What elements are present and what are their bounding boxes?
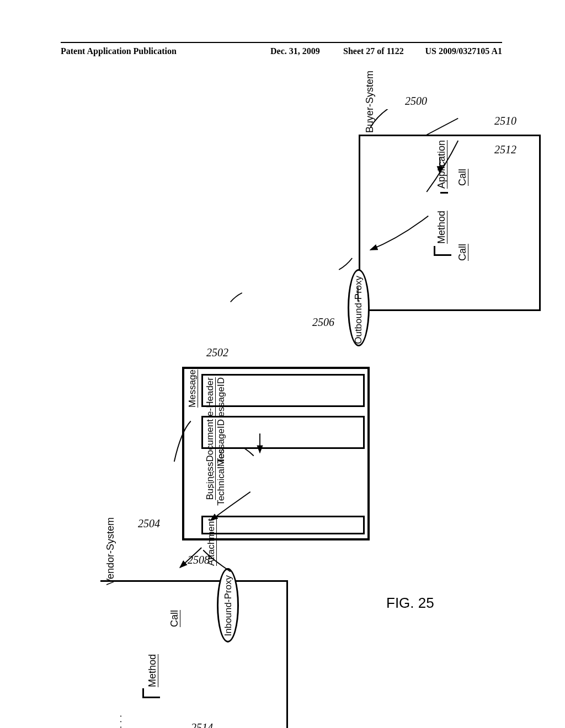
vendor-method-bracket-h	[142, 697, 160, 698]
header-row: Patent Application Publication Dec. 31, …	[61, 43, 502, 60]
vendor-dots: . . .	[113, 715, 124, 728]
figure-caption: FIG. 25	[386, 595, 434, 612]
ref-2500: 2500	[405, 95, 427, 108]
header-sheet: Sheet 27 of 1122	[343, 46, 404, 56]
method-bracket-h	[434, 254, 451, 256]
figure-25: Buyer-System Application Call Method Cal…	[154, 109, 557, 606]
header-pubno: US 2009/0327105 A1	[425, 46, 502, 56]
ref-2508: 2508	[188, 554, 210, 566]
buyer-call-2: Call	[457, 244, 468, 261]
inbound-proxy-label: Inbound-Proxy	[223, 575, 234, 636]
application-label: Application	[436, 140, 447, 189]
buyer-method-label: Method	[436, 211, 447, 244]
ref-2502: 2502	[206, 346, 228, 359]
message-title: Message	[187, 370, 198, 408]
buyer-system-title: Buyer-System	[364, 71, 376, 133]
business-document-field: TechnicalMessageID	[216, 419, 227, 506]
message-dots: . . . .	[206, 470, 217, 489]
ref-2512: 2512	[494, 143, 516, 156]
header-date: Dec. 31, 2009	[270, 46, 320, 56]
ref-2504: 2504	[138, 517, 160, 530]
vendor-method-label: Method	[147, 654, 158, 687]
attachment-box	[201, 516, 365, 534]
buyer-call-1: Call	[457, 169, 468, 186]
ref-2510: 2510	[494, 115, 516, 127]
buyer-system-box	[359, 135, 541, 311]
header-publication: Patent Application Publication	[61, 46, 177, 56]
ref-2514: 2514	[191, 721, 213, 728]
ref-2506: 2506	[312, 316, 334, 329]
vendor-system-title: Vendor-System	[105, 517, 116, 585]
vendor-call: Call	[169, 610, 180, 627]
outbound-proxy-label: Outbound-Proxy	[353, 276, 364, 344]
vendor-system-box	[100, 580, 288, 728]
application-tick	[440, 192, 448, 194]
page-frame: Patent Application Publication Dec. 31, …	[61, 42, 502, 676]
